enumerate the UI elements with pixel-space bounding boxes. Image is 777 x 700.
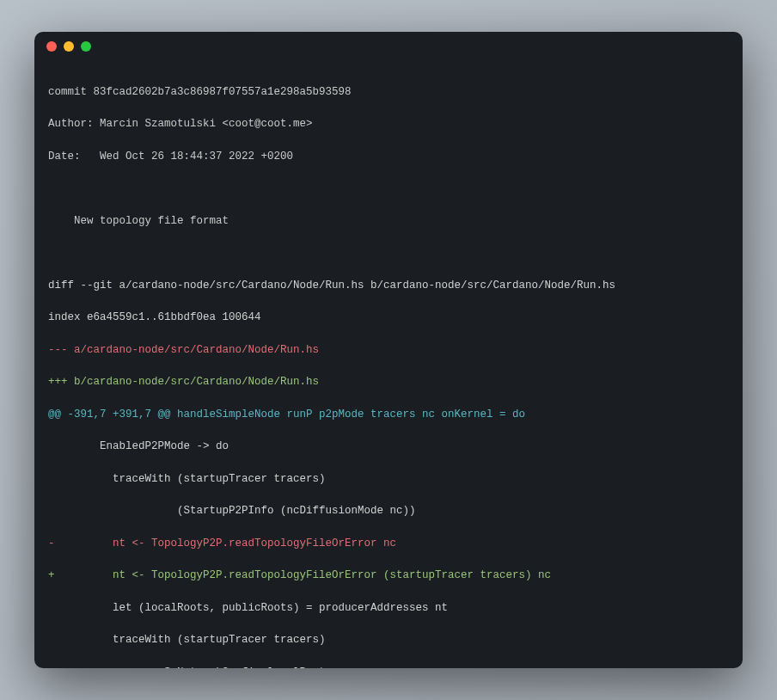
- removed-line: - nt <- TopologyP2P.readTopologyFileOrEr…: [48, 536, 729, 552]
- context-line: $ NetworkConfig localRoots: [48, 665, 729, 668]
- context-line: traceWith (startupTracer tracers): [48, 471, 729, 488]
- minimize-icon[interactable]: [64, 41, 74, 52]
- hunk-header: @@ -391,7 +391,7 @@ handleSimpleNode run…: [48, 407, 729, 423]
- added-line: + nt <- TopologyP2P.readTopologyFileOrEr…: [48, 568, 729, 584]
- blank-line: [48, 181, 729, 197]
- terminal-content[interactable]: commit 83fcad2602b7a3c86987f07557a1e298a…: [34, 61, 743, 668]
- commit-author: Author: Marcin Szamotulski <coot@coot.me…: [48, 116, 729, 132]
- added-file-header: +++ b/cardano-node/src/Cardano/Node/Run.…: [48, 374, 729, 390]
- titlebar: [34, 32, 743, 61]
- terminal-window: commit 83fcad2602b7a3c86987f07557a1e298a…: [34, 32, 743, 668]
- commit-subject: New topology file format: [48, 213, 729, 230]
- context-line: EnabledP2PMode -> do: [48, 439, 729, 455]
- context-line: traceWith (startupTracer tracers): [48, 632, 729, 648]
- context-line: (StartupP2PInfo (ncDiffusionMode nc)): [48, 503, 729, 519]
- commit-date: Date: Wed Oct 26 18:44:37 2022 +0200: [48, 149, 729, 165]
- removed-file-header: --- a/cardano-node/src/Cardano/Node/Run.…: [48, 342, 729, 359]
- commit-hash: commit 83fcad2602b7a3c86987f07557a1e298a…: [48, 84, 729, 101]
- maximize-icon[interactable]: [81, 41, 91, 52]
- context-line: let (localRoots, publicRoots) = producer…: [48, 600, 729, 617]
- close-icon[interactable]: [46, 41, 57, 52]
- index-line: index e6a4559c1..61bbdf0ea 100644: [48, 310, 729, 326]
- blank-line: [48, 245, 729, 261]
- diff-cmd: diff --git a/cardano-node/src/Cardano/No…: [48, 278, 729, 294]
